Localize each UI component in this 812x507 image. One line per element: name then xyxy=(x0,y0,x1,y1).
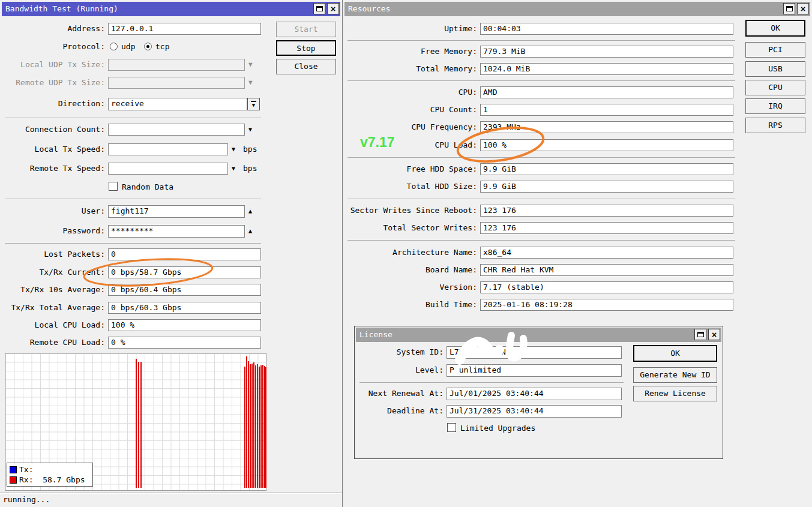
bandwidth-test-title: Bandwidth Test (Running) xyxy=(5,4,118,13)
address-input[interactable]: 127.0.0.1 xyxy=(108,23,261,35)
random-data-checkbox[interactable] xyxy=(109,182,118,191)
connection-count-label: Connection Count: xyxy=(0,124,105,136)
close-button[interactable]: × xyxy=(327,3,339,14)
rx-spike xyxy=(257,364,258,488)
local-tx-speed-input[interactable] xyxy=(108,143,228,155)
password-label: Password: xyxy=(0,225,105,237)
stop-button[interactable]: Stop xyxy=(276,40,336,56)
cpu-load-value: 100 % xyxy=(480,139,733,151)
separator xyxy=(5,118,261,118)
cpu-count-label: CPU Count: xyxy=(343,104,477,116)
legend-rx-text: Rx: 58.7 Gbps xyxy=(19,475,85,484)
resources-titlebar[interactable]: Resources xyxy=(344,2,810,16)
legend-rx-row: Rx: 58.7 Gbps xyxy=(10,475,92,485)
separator xyxy=(5,243,261,244)
cpu-button[interactable]: CPU xyxy=(745,80,805,95)
maximize-button[interactable] xyxy=(694,329,706,340)
rx-spike xyxy=(248,361,249,488)
close-button[interactable]: × xyxy=(797,3,809,14)
local-udp-dropdown-icon: ▼ xyxy=(248,62,253,68)
protocol-tcp-radio[interactable] xyxy=(144,43,152,50)
uptime-value: 00:04:03 xyxy=(480,23,733,35)
rx-spike xyxy=(246,356,247,488)
chevron-down-icon: ▼ xyxy=(248,102,259,108)
next-renewal-value: Jul/01/2025 03:40:44 xyxy=(447,388,622,400)
cpu-value: AMD xyxy=(480,86,733,98)
maximize-icon xyxy=(786,6,793,11)
txrx-current-value: 0 bps/58.7 Gbps xyxy=(108,266,261,278)
txrx-10s-average-label: Tx/Rx 10s Average: xyxy=(0,284,105,296)
legend-tx-row: Tx: xyxy=(10,464,92,475)
version-badge: v7.17 xyxy=(360,134,395,151)
irq-button[interactable]: IRQ xyxy=(745,98,805,114)
status-text: running... xyxy=(3,495,50,504)
close-icon: × xyxy=(801,5,805,13)
connection-count-dropdown-icon[interactable]: ▼ xyxy=(248,127,252,133)
rx-spike xyxy=(265,367,266,488)
total-sector-writes-label: Total Sector Writes: xyxy=(343,222,477,234)
system-id-label: System ID: xyxy=(355,346,444,358)
connection-count-input[interactable] xyxy=(108,124,245,136)
cpu-label: CPU: xyxy=(343,86,477,98)
version-value: 7.17 (stable) xyxy=(480,281,733,293)
local-udp-tx-size-input xyxy=(108,59,245,71)
generate-new-id-button[interactable]: Generate New ID xyxy=(633,367,717,383)
license-title: License xyxy=(359,330,392,339)
rx-spike xyxy=(251,364,253,488)
limited-upgrades-checkbox[interactable] xyxy=(447,423,456,432)
remote-udp-dropdown-icon: ▼ xyxy=(248,80,253,86)
usb-button[interactable]: USB xyxy=(745,61,805,77)
ok-button[interactable]: OK xyxy=(745,20,805,37)
maximize-button[interactable] xyxy=(313,3,325,14)
protocol-udp-label[interactable]: udp xyxy=(121,41,145,53)
direction-select[interactable]: receive xyxy=(108,98,247,110)
rx-swatch-icon xyxy=(10,476,17,484)
total-memory-value: 1024.0 MiB xyxy=(480,63,733,75)
legend-tx-text: Tx: xyxy=(19,465,33,474)
cpu-frequency-label: CPU Frequency: xyxy=(343,121,477,133)
user-collapse-icon[interactable]: ▲ xyxy=(248,208,252,214)
cpu-frequency-value: 2393 MHz xyxy=(480,121,733,133)
maximize-button[interactable] xyxy=(783,3,795,14)
rps-button[interactable]: RPS xyxy=(745,118,805,133)
sector-writes-value: 123 176 xyxy=(480,205,733,217)
close-button[interactable]: × xyxy=(708,329,720,340)
remote-tx-dropdown-icon[interactable]: ▼ xyxy=(232,166,235,172)
separator xyxy=(347,40,735,41)
protocol-udp-radio[interactable] xyxy=(110,43,118,50)
random-data-label[interactable]: Random Data xyxy=(122,181,212,193)
user-label: User: xyxy=(0,205,105,217)
rx-spike xyxy=(140,362,142,488)
lost-packets-label: Lost Packets: xyxy=(0,248,105,260)
version-label: Version: xyxy=(343,281,477,293)
start-button: Start xyxy=(276,22,336,37)
bandwidth-test-titlebar[interactable]: Bandwidth Test (Running) xyxy=(2,2,340,16)
user-input[interactable]: fight117 xyxy=(108,205,245,218)
board-name-label: Board Name: xyxy=(343,264,477,276)
rx-spike xyxy=(136,359,137,488)
free-memory-value: 779.3 MiB xyxy=(480,46,733,58)
remote-udp-tx-size-input xyxy=(108,77,245,89)
lost-packets-value: 0 xyxy=(108,248,261,260)
renew-license-button[interactable]: Renew License xyxy=(633,386,717,401)
license-titlebar[interactable]: License xyxy=(356,328,721,342)
protocol-tcp-label[interactable]: tcp xyxy=(155,41,179,53)
local-tx-dropdown-icon[interactable]: ▼ xyxy=(232,146,235,152)
local-cpu-load-label: Local CPU Load: xyxy=(0,319,105,331)
direction-dropdown-button[interactable]: ▼ xyxy=(247,98,260,110)
direction-label: Direction: xyxy=(0,98,105,110)
txrx-total-average-label: Tx/Rx Total Average: xyxy=(0,302,105,314)
password-collapse-icon[interactable]: ▲ xyxy=(248,228,252,234)
close-icon: × xyxy=(712,331,717,339)
rx-spike xyxy=(262,365,263,488)
password-input[interactable]: ********* xyxy=(108,225,245,238)
remote-tx-speed-input[interactable] xyxy=(108,163,228,175)
separator xyxy=(5,199,261,199)
license-ok-button[interactable]: OK xyxy=(633,345,717,362)
close-window-button[interactable]: Close xyxy=(276,59,336,74)
total-hdd-size-value: 9.9 GiB xyxy=(480,181,733,193)
pci-button[interactable]: PCI xyxy=(745,42,805,58)
rx-spike xyxy=(259,367,260,488)
level-label: Level: xyxy=(355,364,444,376)
limited-upgrades-label[interactable]: Limited Upgrades xyxy=(460,422,568,434)
